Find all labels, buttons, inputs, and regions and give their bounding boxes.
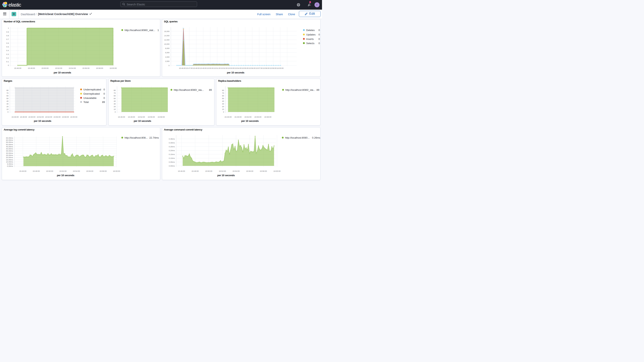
svg-text:30.00ms: 30.00ms bbox=[6, 152, 13, 154]
svg-text:16:00:00: 16:00:00 bbox=[70, 116, 77, 118]
svg-text:14,000: 14,000 bbox=[164, 35, 170, 36]
svg-text:40: 40 bbox=[114, 100, 116, 102]
svg-text:15:49:00: 15:49:00 bbox=[200, 67, 207, 69]
svg-text:16,000: 16,000 bbox=[164, 30, 170, 32]
svg-text:15:56:00: 15:56:00 bbox=[246, 170, 253, 172]
svg-text:15:46:00: 15:46:00 bbox=[179, 67, 186, 69]
svg-text:80: 80 bbox=[222, 89, 224, 91]
svg-text:15:52:00: 15:52:00 bbox=[60, 170, 66, 172]
svg-text:15:50:00: 15:50:00 bbox=[28, 116, 36, 118]
svg-text:0: 0 bbox=[318, 29, 320, 32]
svg-text:15:56:00: 15:56:00 bbox=[86, 170, 93, 172]
svg-text:Inserts: Inserts bbox=[306, 38, 314, 40]
svg-text:15:46:00: 15:46:00 bbox=[178, 170, 185, 172]
svg-text:0: 0 bbox=[223, 111, 224, 113]
svg-text:0: 0 bbox=[115, 111, 116, 113]
svg-text:0.7: 0.7 bbox=[6, 38, 9, 40]
svg-text:1: 1 bbox=[158, 29, 159, 32]
svg-text:20: 20 bbox=[222, 106, 224, 108]
svg-text:15:48:00: 15:48:00 bbox=[192, 170, 198, 172]
svg-text:0.8: 0.8 bbox=[6, 34, 9, 36]
svg-text:0.25ms: 0.25ms bbox=[169, 146, 175, 148]
svg-text:0: 0 bbox=[8, 111, 8, 113]
svg-text:80: 80 bbox=[114, 89, 116, 91]
svg-text:40: 40 bbox=[6, 100, 8, 102]
svg-text:16:00:00: 16:00:00 bbox=[274, 170, 280, 172]
svg-text:50.00ms: 50.00ms bbox=[6, 144, 13, 146]
svg-text:15:48:00: 15:48:00 bbox=[32, 170, 40, 172]
svg-text:20: 20 bbox=[6, 106, 8, 108]
svg-text:per 10 seconds: per 10 seconds bbox=[227, 71, 244, 74]
svg-text:15:54:00: 15:54:00 bbox=[235, 67, 242, 69]
svg-text:60: 60 bbox=[114, 95, 116, 97]
svg-text:0: 0 bbox=[318, 33, 320, 36]
svg-text:15:50:00: 15:50:00 bbox=[46, 170, 53, 172]
svg-text:30: 30 bbox=[6, 103, 8, 105]
svg-text:15:54:00: 15:54:00 bbox=[69, 67, 76, 69]
svg-text:0.4: 0.4 bbox=[6, 49, 9, 52]
svg-text:65.00ms: 65.00ms bbox=[6, 137, 13, 139]
svg-text:15:52:00: 15:52:00 bbox=[221, 67, 228, 69]
svg-text:0.3: 0.3 bbox=[6, 53, 9, 55]
svg-text:15:46:00: 15:46:00 bbox=[224, 116, 232, 118]
svg-text:Average log commit latency: Average log commit latency bbox=[4, 128, 34, 131]
svg-text:60.00ms: 60.00ms bbox=[6, 139, 13, 141]
svg-text:per 10 seconds: per 10 seconds bbox=[241, 120, 259, 122]
svg-text:30: 30 bbox=[114, 103, 116, 105]
svg-text:0: 0 bbox=[104, 92, 105, 95]
svg-text:0.20ms: 0.20ms bbox=[169, 150, 175, 152]
svg-text:70: 70 bbox=[114, 92, 116, 94]
svg-text:http://localhost:8080/_sta...: http://localhost:8080/_sta... bbox=[174, 88, 204, 91]
svg-text:15:59:00: 15:59:00 bbox=[270, 67, 276, 69]
svg-text:0.30ms: 0.30ms bbox=[169, 142, 175, 144]
svg-text:0.9: 0.9 bbox=[6, 31, 9, 33]
svg-text:15:52:00: 15:52:00 bbox=[37, 116, 44, 118]
svg-text:0: 0 bbox=[104, 96, 105, 100]
svg-text:15:55:00: 15:55:00 bbox=[254, 116, 262, 118]
svg-text:15:58:00: 15:58:00 bbox=[263, 67, 270, 69]
svg-text:89: 89 bbox=[102, 100, 105, 104]
svg-text:Unavailable: Unavailable bbox=[84, 96, 96, 100]
svg-text:SQL queries: SQL queries bbox=[164, 20, 178, 23]
svg-text:50: 50 bbox=[222, 97, 224, 100]
svg-text:Underreplicated: Underreplicated bbox=[84, 88, 101, 91]
svg-text:10: 10 bbox=[6, 108, 8, 110]
svg-text:35.00ms: 35.00ms bbox=[6, 150, 13, 152]
svg-text:15:58:00: 15:58:00 bbox=[158, 116, 165, 118]
svg-text:Deletes: Deletes bbox=[306, 29, 315, 32]
svg-text:Average command commit latency: Average command commit latency bbox=[164, 128, 202, 131]
svg-text:per 10 seconds: per 10 seconds bbox=[217, 174, 235, 177]
svg-text:55.00ms: 55.00ms bbox=[6, 141, 13, 143]
svg-text:40.00ms: 40.00ms bbox=[6, 148, 13, 150]
svg-text:1: 1 bbox=[8, 27, 9, 29]
svg-text:Selects: Selects bbox=[306, 42, 314, 45]
svg-text:15:56:00: 15:56:00 bbox=[54, 116, 60, 118]
svg-text:22.74ms: 22.74ms bbox=[149, 136, 159, 139]
svg-text:15:55:00: 15:55:00 bbox=[148, 116, 155, 118]
svg-text:0.05ms: 0.05ms bbox=[169, 161, 175, 163]
svg-text:15:52:00: 15:52:00 bbox=[219, 170, 226, 172]
svg-text:0.00ms: 0.00ms bbox=[7, 165, 13, 167]
svg-text:15:48:00: 15:48:00 bbox=[28, 67, 35, 69]
svg-text:15:51:00: 15:51:00 bbox=[214, 67, 220, 69]
svg-text:0.2: 0.2 bbox=[6, 57, 9, 59]
svg-text:Updates: Updates bbox=[306, 33, 316, 36]
svg-text:0.00ms: 0.00ms bbox=[169, 165, 175, 167]
svg-text:15:49:00: 15:49:00 bbox=[234, 116, 242, 118]
svg-text:http://localhost:808...: http://localhost:808... bbox=[124, 136, 148, 139]
svg-text:70: 70 bbox=[222, 92, 224, 94]
svg-text:per 10 seconds: per 10 seconds bbox=[34, 120, 52, 122]
svg-text:Replicas per Store: Replicas per Store bbox=[110, 80, 130, 82]
svg-text:5.00ms: 5.00ms bbox=[7, 163, 13, 165]
svg-text:10: 10 bbox=[114, 108, 116, 110]
svg-text:15:55:00: 15:55:00 bbox=[242, 67, 248, 69]
svg-text:15:50:00: 15:50:00 bbox=[205, 170, 212, 172]
svg-text:15:48:00: 15:48:00 bbox=[193, 67, 200, 69]
svg-text:4,000: 4,000 bbox=[165, 56, 170, 58]
svg-text:8,000: 8,000 bbox=[165, 48, 170, 49]
svg-text:25.00ms: 25.00ms bbox=[6, 154, 13, 156]
svg-text:15:53:00: 15:53:00 bbox=[228, 67, 235, 69]
svg-text:45.00ms: 45.00ms bbox=[6, 146, 13, 148]
svg-text:15:52:00: 15:52:00 bbox=[244, 116, 252, 118]
svg-text:0: 0 bbox=[318, 38, 320, 40]
